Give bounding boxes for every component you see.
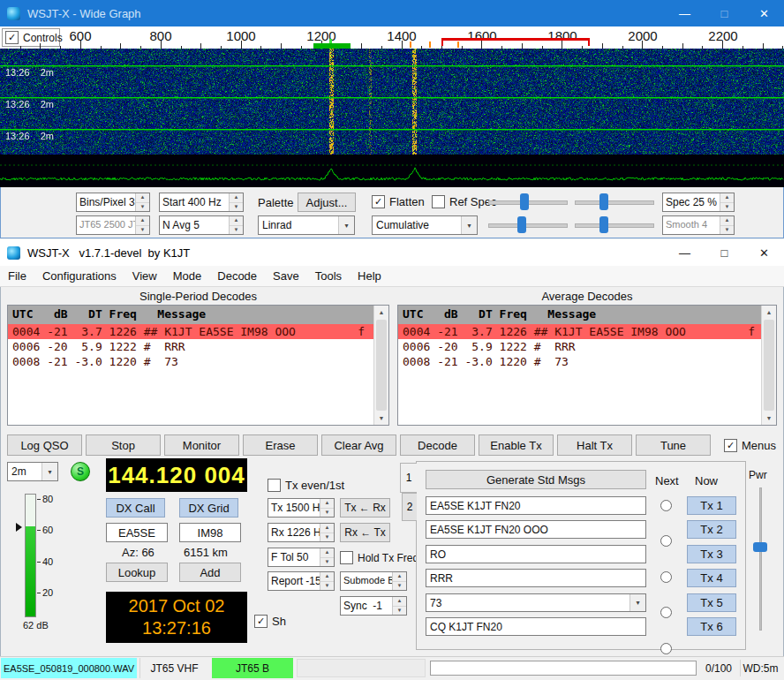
spin-arrows[interactable]: ▲▼	[320, 524, 334, 541]
halt-tx-button[interactable]: Halt Tx	[557, 434, 632, 456]
scroll-down-icon[interactable]: ▼	[374, 412, 388, 425]
chevron-down-icon[interactable]: ▾	[629, 594, 645, 611]
spin-up-icon[interactable]: ▲	[720, 193, 734, 203]
scrollbar-thumb[interactable]	[376, 320, 387, 411]
lookup-button[interactable]: Lookup	[106, 563, 168, 582]
jt65-jt9-split-spinbox[interactable]: JT65 2500 JT9 ▲▼	[76, 215, 150, 235]
dx-grid-button[interactable]: DX Grid	[179, 498, 238, 518]
spin-up-icon[interactable]: ▲	[230, 216, 243, 226]
spin-down-icon[interactable]: ▼	[320, 533, 334, 542]
spin-up-icon[interactable]: ▲	[320, 499, 334, 509]
decode-row[interactable]: 0004 -21 3.7 1226 ## K1JT EA5SE IM98 OOO…	[8, 324, 374, 339]
zero-slider[interactable]	[575, 193, 654, 212]
decode-row[interactable]: 0004 -21 3.7 1226 ## K1JT EA5SE IM98 OOO…	[398, 324, 762, 339]
tx6-message-field[interactable]: CQ K1JT FN20	[426, 617, 646, 636]
spin-arrows[interactable]: ▲▼	[320, 572, 334, 590]
tx2-now-button[interactable]: Tx 2	[687, 520, 736, 539]
dx-call-field[interactable]: EA5SE	[106, 523, 168, 542]
adjust-button[interactable]: Adjust...	[298, 193, 356, 212]
spin-arrows[interactable]: ▲▼	[229, 216, 243, 234]
minimize-button[interactable]: —	[665, 0, 705, 26]
spin-down-icon[interactable]: ▼	[320, 582, 334, 591]
report-spinbox[interactable]: Report -15 ▲▼	[268, 571, 335, 591]
tx4-message-field[interactable]: RRR	[426, 569, 646, 587]
rx-from-tx-button[interactable]: Rx ← Tx	[340, 523, 390, 542]
slider-handle[interactable]	[517, 216, 526, 233]
decode-row[interactable]: 0008 -21 -3.0 1220 # 73	[398, 354, 762, 369]
palette-combobox[interactable]: Linrad ▾	[258, 215, 355, 235]
menu-save[interactable]: Save	[265, 266, 307, 286]
maximize-button[interactable]: □	[705, 0, 744, 26]
spin-down-icon[interactable]: ▼	[136, 226, 149, 235]
tx1-now-button[interactable]: Tx 1	[687, 496, 736, 515]
slider-handle[interactable]	[599, 193, 608, 210]
tx-from-rx-button[interactable]: Tx ← Rx	[340, 498, 390, 518]
tx4-next-radio[interactable]	[660, 607, 672, 618]
submode-spinbox[interactable]: Submode B ▲▼	[340, 571, 407, 591]
spectrum-type-combobox[interactable]: Cumulative ▾	[372, 215, 478, 235]
menus-checkbox[interactable]: ✓ Menus	[724, 439, 776, 452]
spin-down-icon[interactable]: ▼	[230, 203, 243, 212]
spin-arrows[interactable]: ▲▼	[135, 216, 149, 234]
spin-arrows[interactable]: ▲▼	[135, 193, 149, 211]
rig-status-indicator[interactable]: S	[71, 462, 90, 481]
tx5-now-button[interactable]: Tx 5	[687, 593, 736, 612]
scroll-up-icon[interactable]: ▲	[762, 306, 776, 319]
spin-down-icon[interactable]: ▼	[720, 203, 734, 212]
n-avg-spinbox[interactable]: N Avg 5 ▲▼	[159, 215, 244, 235]
scrollbar-thumb[interactable]	[764, 320, 774, 411]
tx-freq-spinbox[interactable]: Tx 1500 Hz ▲▼	[268, 498, 335, 518]
spin-up-icon[interactable]: ▲	[393, 572, 406, 582]
chevron-down-icon[interactable]: ▾	[41, 463, 57, 480]
spin-up-icon[interactable]: ▲	[230, 193, 243, 203]
tab-1[interactable]: 1	[400, 463, 417, 493]
tab-2[interactable]: 2	[402, 493, 417, 521]
clear-avg-button[interactable]: Clear Avg	[321, 434, 396, 456]
sync-spinbox[interactable]: Sync -1 ▲▼	[340, 596, 407, 616]
menu-decode[interactable]: Decode	[209, 266, 265, 286]
spin-up-icon[interactable]: ▲	[320, 524, 334, 533]
zero2-slider[interactable]	[575, 215, 654, 235]
menu-tools[interactable]: Tools	[307, 266, 350, 286]
generate-std-msgs-button[interactable]: Generate Std Msgs	[426, 470, 646, 489]
scroll-up-icon[interactable]: ▲	[374, 306, 388, 319]
tx-even-checkbox[interactable]: Tx even/1st	[268, 479, 344, 492]
spin-down-icon[interactable]: ▼	[320, 558, 334, 567]
sh-checkbox[interactable]: ✓ Sh	[254, 615, 286, 628]
spin-up-icon[interactable]: ▲	[136, 193, 149, 203]
spin-down-icon[interactable]: ▼	[320, 509, 334, 518]
chevron-down-icon[interactable]: ▾	[338, 216, 354, 234]
spin-down-icon[interactable]: ▼	[136, 203, 149, 212]
decode-row[interactable]: 0008 -21 -3.0 1220 # 73	[8, 354, 374, 369]
menu-configurations[interactable]: Configurations	[34, 266, 124, 286]
ftol-spinbox[interactable]: F Tol 50 ▲▼	[268, 548, 335, 567]
slider-handle[interactable]	[520, 193, 529, 210]
spin-arrows[interactable]: ▲▼	[229, 193, 243, 211]
scroll-down-icon[interactable]: ▼	[762, 412, 776, 425]
tx5-message-combobox[interactable]: 73 ▾	[426, 593, 646, 612]
spin-up-icon[interactable]: ▲	[136, 216, 149, 226]
flatten-checkbox[interactable]: ✓ Flatten	[372, 195, 425, 208]
ref-spec-checkbox[interactable]: Ref Spec	[432, 195, 496, 208]
gain-slider[interactable]	[488, 193, 568, 212]
tx1-message-field[interactable]: EA5SE K1JT FN20	[426, 496, 646, 515]
tx2-next-radio[interactable]	[660, 535, 672, 547]
start-freq-spinbox[interactable]: Start 400 Hz ▲▼	[159, 193, 244, 212]
band-combobox[interactable]: 2m ▾	[7, 462, 58, 481]
rx-freq-spinbox[interactable]: Rx 1226 Hz ▲▼	[268, 523, 335, 542]
spin-down-icon[interactable]: ▼	[393, 582, 406, 591]
minimize-button[interactable]: —	[665, 239, 705, 266]
bins-per-pixel-spinbox[interactable]: Bins/Pixel 3 ▲▼	[76, 193, 150, 212]
spin-down-icon[interactable]: ▼	[720, 226, 734, 235]
tune-button[interactable]: Tune	[636, 434, 711, 456]
spin-arrows[interactable]: ▲▼	[720, 216, 734, 234]
waterfall-display[interactable]	[0, 49, 784, 187]
decode-button[interactable]: Decode	[400, 434, 475, 456]
spin-arrows[interactable]: ▲▼	[392, 572, 406, 590]
dx-grid-field[interactable]: IM98	[179, 523, 241, 542]
frequency-display[interactable]: 144.120 004	[106, 458, 247, 492]
spec-percent-spinbox[interactable]: Spec 25 % ▲▼	[662, 193, 735, 212]
spin-arrows[interactable]: ▲▼	[320, 548, 334, 566]
vertical-scrollbar[interactable]: ▲ ▼	[373, 306, 388, 425]
spin-arrows[interactable]: ▲▼	[320, 499, 334, 517]
